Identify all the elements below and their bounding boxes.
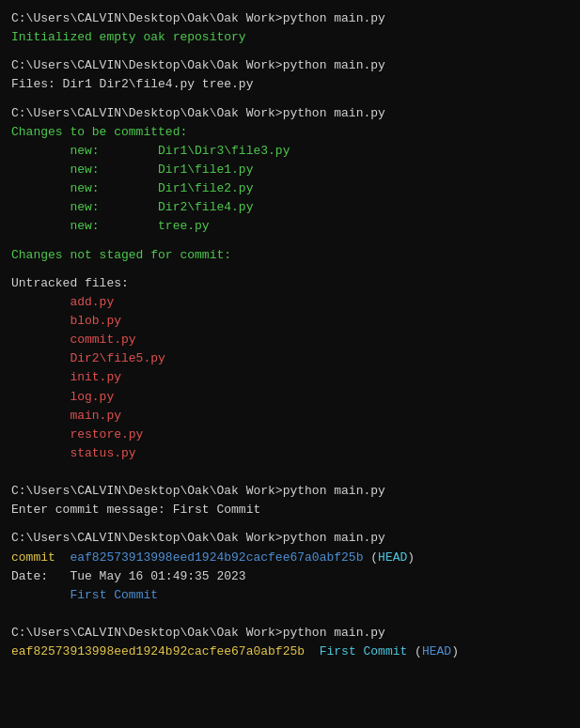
staged-file-4: new: Dir2\file4.py xyxy=(11,198,569,217)
log-hash: eaf82573913998eed1924b92cacfee67a0abf25b xyxy=(11,644,305,658)
staged-file-3: new: Dir1\file2.py xyxy=(11,179,569,198)
block-8: C:\Users\CALVIN\Desktop\Oak\Oak Work>pyt… xyxy=(11,624,569,661)
block-6: C:\Users\CALVIN\Desktop\Oak\Oak Work>pyt… xyxy=(11,482,569,519)
commit-hash-line: commit eaf82573913998eed1924b92cacfee67a… xyxy=(11,549,569,567)
commit-message-indent: First Commit xyxy=(11,586,569,605)
commit-message-line: Enter commit message: First Commit xyxy=(11,501,569,519)
block-2: C:\Users\CALVIN\Desktop\Oak\Oak Work>pyt… xyxy=(11,56,569,94)
untracked-file-5: init.py xyxy=(11,368,569,387)
block-5: Untracked files: add.py blob.py commit.p… xyxy=(11,274,569,463)
untracked-file-4: Dir2\file5.py xyxy=(11,349,569,368)
prompt-line: C:\Users\CALVIN\Desktop\Oak\Oak Work>pyt… xyxy=(11,104,569,123)
staged-header: Changes to be committed: xyxy=(11,123,569,142)
output-line: Initialized empty oak repository xyxy=(11,28,569,47)
log-line: eaf82573913998eed1924b92cacfee67a0abf25b… xyxy=(11,643,569,661)
terminal-window: C:\Users\CALVIN\Desktop\Oak\Oak Work>pyt… xyxy=(11,9,569,661)
block-7: C:\Users\CALVIN\Desktop\Oak\Oak Work>pyt… xyxy=(11,529,569,605)
unstaged-header: Changes not staged for commit: xyxy=(11,246,569,265)
commit-hash: eaf82573913998eed1924b92cacfee67a0abf25b xyxy=(70,550,363,565)
prompt-line: C:\Users\CALVIN\Desktop\Oak\Oak Work>pyt… xyxy=(11,529,569,548)
commit-label: commit xyxy=(11,550,55,565)
staged-file-5: new: tree.py xyxy=(11,217,569,236)
untracked-file-7: main.py xyxy=(11,407,569,426)
date-line: Date: Tue May 16 01:49:35 2023 xyxy=(11,567,569,586)
untracked-file-6: log.py xyxy=(11,388,569,407)
untracked-file-1: add.py xyxy=(11,293,569,312)
staged-file-1: new: Dir1\Dir3\file3.py xyxy=(11,142,569,161)
prompt-line: C:\Users\CALVIN\Desktop\Oak\Oak Work>pyt… xyxy=(11,482,569,501)
log-head: HEAD xyxy=(422,644,451,658)
untracked-file-3: commit.py xyxy=(11,331,569,349)
prompt-line: C:\Users\CALVIN\Desktop\Oak\Oak Work>pyt… xyxy=(11,56,569,75)
prompt-line: C:\Users\CALVIN\Desktop\Oak\Oak Work>pyt… xyxy=(11,624,569,643)
head-label: HEAD xyxy=(378,550,407,565)
output-line: Files: Dir1 Dir2\file4.py tree.py xyxy=(11,75,569,94)
untracked-file-8: restore.py xyxy=(11,426,569,444)
prompt-line: C:\Users\CALVIN\Desktop\Oak\Oak Work>pyt… xyxy=(11,9,569,28)
block-1: C:\Users\CALVIN\Desktop\Oak\Oak Work>pyt… xyxy=(11,9,569,47)
staged-file-2: new: Dir1\file1.py xyxy=(11,161,569,179)
untracked-file-9: status.py xyxy=(11,444,569,463)
block-3: C:\Users\CALVIN\Desktop\Oak\Oak Work>pyt… xyxy=(11,104,569,237)
untracked-file-2: blob.py xyxy=(11,312,569,331)
first-commit-label: First Commit xyxy=(70,588,158,602)
block-4: Changes not staged for commit: xyxy=(11,246,569,265)
log-message: First Commit xyxy=(320,644,408,658)
untracked-header: Untracked files: xyxy=(11,274,569,293)
